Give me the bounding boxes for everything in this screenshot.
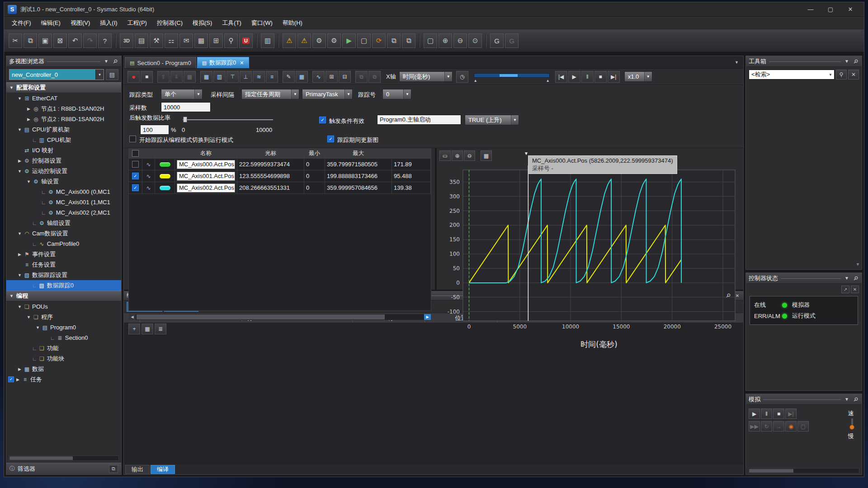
add-graph-button[interactable]: ⊞: [326, 71, 338, 83]
stop-simulation-button[interactable]: ▢: [357, 33, 371, 48]
menu-工具(T)[interactable]: 工具(T): [217, 17, 246, 29]
3d-view-button[interactable]: 3D: [120, 33, 133, 48]
tools-button[interactable]: ⚒: [150, 33, 163, 48]
pin-icon[interactable]: ⚲: [851, 274, 860, 283]
tree-item-CPU/扩展机架[interactable]: ▼▤CPU/扩展机架: [6, 124, 121, 135]
layout-horizontal-button[interactable]: ⧉: [355, 71, 368, 83]
show-values-button[interactable]: ▥: [213, 71, 226, 83]
overlay-graphs-button[interactable]: ≋: [253, 71, 265, 83]
trace-number-dropdown[interactable]: 0▼: [382, 89, 411, 99]
plot-variable-checkbox[interactable]: ✓: [132, 173, 139, 179]
menu-帮助(H)[interactable]: 帮助(H): [278, 17, 307, 29]
bottom-tab-输出[interactable]: 输出: [125, 465, 150, 474]
zoom-out-chart-button[interactable]: ⊖: [464, 150, 475, 161]
stack-graphs-button[interactable]: ≡: [266, 71, 278, 83]
paste-button[interactable]: ▣: [38, 33, 52, 48]
tree-item-功能[interactable]: ∟❏功能: [6, 343, 121, 353]
save-trace-button[interactable]: ▦: [184, 71, 196, 83]
chevron-down-icon[interactable]: ▼: [827, 73, 834, 77]
expander-icon[interactable]: ▶: [16, 159, 23, 163]
chart-grid-settings-button[interactable]: ▦: [481, 150, 492, 161]
zoom-in-chart-button[interactable]: ⊕: [452, 150, 463, 161]
tree-item-MC_Axis002 (2,MC1[interactable]: ∟⚙MC_Axis002 (2,MC1: [6, 207, 121, 218]
sim-step-over-button[interactable]: ↻: [761, 421, 772, 432]
time-display-button[interactable]: ◷: [456, 71, 468, 83]
filter-expand-button[interactable]: ⧉: [109, 465, 118, 473]
toolbox-search-input[interactable]: <检索> ▼: [749, 70, 835, 80]
menu-编辑(E)[interactable]: 编辑(E): [36, 17, 66, 29]
legend-button[interactable]: ≣: [155, 324, 166, 334]
tree-item-I/O 映射[interactable]: ⇄I/O 映射: [6, 145, 121, 155]
compare-button[interactable]: ⚏: [165, 33, 178, 48]
menu-视图(V)[interactable]: 视图(V): [66, 17, 95, 29]
undo-button[interactable]: ↶: [68, 33, 82, 48]
tree-item-节点2 : R88D-1SAN02H[interactable]: ▶◎节点2 : R88D-1SAN02H: [6, 114, 121, 124]
sampling-interval-dropdown[interactable]: 指定任务周期▼: [241, 89, 299, 99]
select-region-button[interactable]: ▭: [439, 150, 451, 161]
copy-button[interactable]: ⧉: [24, 33, 37, 48]
add-variable-button[interactable]: +: [128, 324, 140, 334]
tree-item-任务设置[interactable]: ≡任务设置: [6, 259, 121, 270]
remove-graph-button[interactable]: ⊟: [339, 71, 351, 83]
tree-item-CamProfile0[interactable]: ∟∿CamProfile0: [6, 239, 121, 249]
check-selected-programs-button[interactable]: ⚙: [327, 33, 341, 48]
tree-item-CPU机架[interactable]: ∟▥CPU机架: [6, 135, 121, 145]
help-button[interactable]: ?: [98, 33, 112, 48]
filter-bar[interactable]: ⓘ 筛选器 ⧉: [6, 463, 121, 474]
stop-trace-button[interactable]: ■: [141, 71, 153, 83]
simulation-hscrollbar[interactable]: [748, 468, 859, 474]
x-axis-dropdown[interactable]: 时间(毫秒) ▼: [399, 71, 453, 82]
tree-item-EtherCAT[interactable]: ▼⊞EtherCAT: [6, 93, 121, 103]
select-frame-button[interactable]: ▢: [424, 33, 437, 48]
zoom-out-button[interactable]: ⊖: [453, 33, 467, 48]
variable-name-input[interactable]: MC_Axis000.Act.Pos: [177, 160, 235, 169]
jump-to-start-button[interactable]: |◀: [555, 71, 567, 83]
edit-comment-button[interactable]: ✎: [283, 71, 295, 83]
tree-item-控制器设置[interactable]: ▶⚙控制器设置: [6, 155, 121, 166]
series-color-swatch[interactable]: [159, 174, 171, 179]
sim-clear-button[interactable]: ▢: [797, 421, 809, 432]
expander-icon[interactable]: ▶: [16, 252, 23, 257]
chevron-down-icon[interactable]: ▼: [844, 59, 850, 64]
layout-vertical-button[interactable]: ⧉: [368, 71, 381, 83]
pin-icon[interactable]: ⚲: [111, 57, 120, 66]
menu-模拟(S)[interactable]: 模拟(S): [188, 17, 217, 29]
scrollbar-track[interactable]: [136, 314, 424, 320]
maximize-button[interactable]: ▢: [821, 3, 840, 16]
expander-icon[interactable]: ▶: [14, 377, 21, 382]
plot-variable-checkbox[interactable]: ✓: [132, 184, 139, 191]
variable-name-input[interactable]: MC_Axis001.Act.Pos: [177, 172, 235, 181]
detach-icon[interactable]: ↗: [841, 286, 849, 293]
record-trace-button[interactable]: ●: [127, 71, 140, 83]
scroll-down-icon[interactable]: ▼: [856, 262, 860, 267]
show-table-button[interactable]: ▦: [296, 71, 308, 83]
sample-count-input[interactable]: 10000: [161, 102, 211, 112]
post-trigger-track[interactable]: [183, 119, 273, 120]
chevron-down-icon[interactable]: ▼: [844, 276, 850, 281]
run-simulation-button[interactable]: ▶: [342, 33, 356, 48]
io-table-button[interactable]: ⊞: [209, 33, 223, 48]
show-grid-button[interactable]: ▦: [200, 71, 212, 83]
seek-start-marker[interactable]: ▲: [474, 79, 477, 83]
reset-button[interactable]: ⟳: [372, 33, 386, 48]
tree-item-轴组设置[interactable]: ∟⚙轴组设置: [6, 218, 121, 228]
tree-item-程序[interactable]: ▼❏程序: [6, 312, 121, 322]
tree-item-轴设置[interactable]: ▼⚙轴设置: [6, 176, 121, 187]
series-color-swatch[interactable]: [159, 185, 171, 191]
tree-item-checkbox[interactable]: ✓: [8, 376, 14, 382]
table-hscrollbar[interactable]: ◀ ▶: [128, 314, 431, 320]
expander-icon[interactable]: ▼: [16, 273, 23, 277]
tree-item-Cam数据设置[interactable]: ▼◠Cam数据设置: [6, 228, 121, 239]
search-button[interactable]: ⚲: [836, 70, 847, 80]
expander-icon[interactable]: ▶: [25, 117, 32, 122]
tree-item-数据跟踪0[interactable]: ∟▧数据跟踪0: [6, 280, 121, 291]
delete-variable-button[interactable]: ▦: [142, 324, 153, 334]
play-trace-button[interactable]: ▶: [568, 71, 580, 83]
vertical-cursor-button[interactable]: ⊤: [226, 71, 239, 83]
tab-数据跟踪0[interactable]: ▧数据跟踪0✕: [197, 57, 249, 68]
go-offline-button[interactable]: G: [505, 33, 519, 48]
tab-close-icon[interactable]: ✕: [240, 60, 244, 66]
tree-item-Program0[interactable]: ▼▤Program0: [6, 322, 121, 333]
controller-view-button[interactable]: ▤: [106, 69, 118, 80]
tree-item-事件设置[interactable]: ▶⚑事件设置: [6, 249, 121, 259]
